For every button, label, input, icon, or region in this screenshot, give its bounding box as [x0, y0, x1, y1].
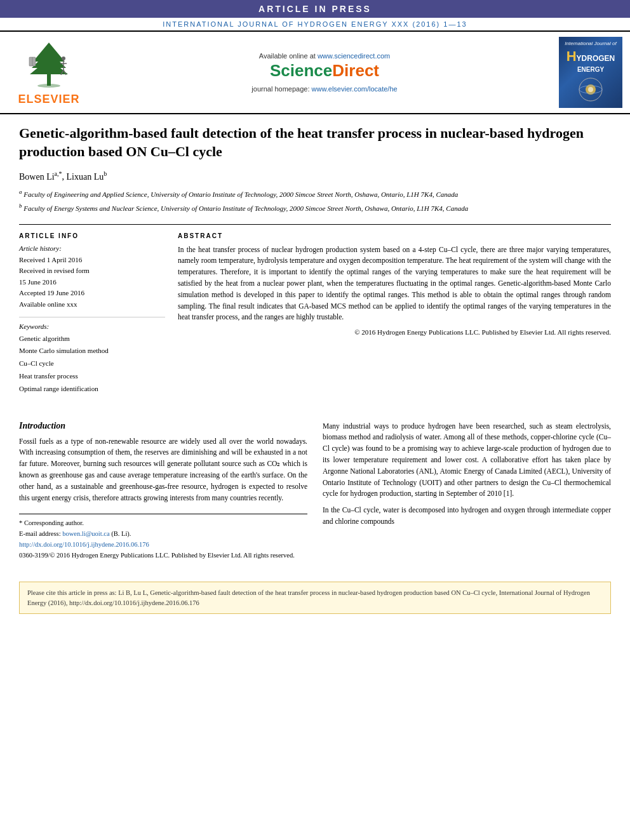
- citation-box: Please cite this article in press as: Li…: [19, 582, 611, 615]
- accepted-date: Accepted 19 June 2016: [19, 288, 165, 299]
- keyword-1: Genetic algorithm: [19, 333, 165, 345]
- keyword-3: Cu–Cl cycle: [19, 357, 165, 370]
- abstract-section: ABSTRACT In the heat transfer process of…: [178, 232, 611, 396]
- abstract-header: ABSTRACT: [178, 232, 611, 239]
- header-section: ELSEVIER Available online at www.science…: [0, 32, 630, 114]
- authors-line: Bowen Lia,*, Lixuan Lub: [19, 170, 611, 182]
- article-in-press-banner: ARTICLE IN PRESS: [0, 0, 630, 18]
- available-online-text: Available online at www.sciencedirect.co…: [90, 52, 559, 60]
- copyright-line: © 2016 Hydrogen Energy Publications LLC.…: [178, 328, 611, 336]
- article-history: Article history: Received 1 April 2016 R…: [19, 244, 165, 310]
- affiliations: a Faculty of Engineering and Applied Sci…: [19, 188, 611, 213]
- journal-cover-energy: ENERGY: [577, 66, 604, 73]
- keywords-label: Keywords:: [19, 323, 165, 330]
- journal-cover-h: H: [566, 50, 577, 63]
- author-a-name: Bowen Li: [19, 171, 55, 181]
- article-info-header: ARTICLE INFO: [19, 232, 165, 239]
- received-revised-date: 15 June 2016: [19, 277, 165, 288]
- info-abstract-section: ARTICLE INFO Article history: Received 1…: [19, 224, 611, 396]
- available-online: Available online xxx: [19, 299, 165, 310]
- sciencedirect-logo: ScienceDirect: [90, 62, 559, 79]
- author-a-sup: a,*: [55, 170, 62, 177]
- info-divider: [19, 317, 165, 317]
- introduction-left-text: Fossil fuels as a type of non-renewable …: [19, 436, 307, 504]
- svg-point-1: [37, 84, 60, 88]
- history-label: Article history:: [19, 244, 165, 252]
- affiliation-a: a Faculty of Engineering and Applied Sci…: [19, 188, 611, 199]
- keyword-5: Optimal range identification: [19, 383, 165, 396]
- main-content: Genetic-algorithm-based fault detection …: [0, 114, 630, 571]
- elsevier-logo: ELSEVIER: [8, 37, 90, 108]
- article-info-panel: ARTICLE INFO Article history: Received 1…: [19, 232, 165, 396]
- journal-info-center: Available online at www.sciencedirect.co…: [90, 37, 559, 108]
- journal-cover-title: International Journal of: [565, 41, 616, 47]
- journal-title-bar: INTERNATIONAL JOURNAL OF HYDROGEN ENERGY…: [0, 18, 630, 32]
- corresponding-note: * Corresponding author.: [19, 518, 307, 529]
- doi-link[interactable]: http://dx.doi.org/10.1016/j.ijhydene.201…: [19, 540, 307, 550]
- homepage-line: journal homepage: www.elsevier.com/locat…: [90, 85, 559, 93]
- email-link[interactable]: bowen.li@uoit.ca: [62, 530, 109, 537]
- gap-section: [19, 396, 611, 415]
- author-b-sup: b: [104, 170, 107, 177]
- introduction-title: Introduction: [19, 421, 307, 431]
- svg-point-5: [62, 57, 65, 60]
- sciencedirect-url[interactable]: www.sciencedirect.com: [318, 52, 390, 60]
- body-right-column: Many industrial ways to produce hydrogen…: [323, 421, 611, 561]
- body-section: Introduction Fossil fuels as a type of n…: [19, 421, 611, 561]
- citation-text: Please cite this article in press as: Li…: [27, 589, 590, 607]
- introduction-right-text: Many industrial ways to produce hydrogen…: [323, 421, 611, 528]
- abstract-text: In the heat transfer process of nuclear …: [178, 244, 611, 324]
- keyword-4: Heat transfer process: [19, 370, 165, 383]
- elsevier-wordmark: ELSEVIER: [18, 93, 79, 106]
- issn-line: 0360-3199/© 2016 Hydrogen Energy Publica…: [19, 550, 307, 561]
- svg-point-14: [588, 87, 593, 92]
- keywords-section: Keywords: Genetic algorithm Monte Carlo …: [19, 323, 165, 396]
- received-revised: Received in revised form: [19, 265, 165, 277]
- keyword-2: Monte Carlo simulation method: [19, 345, 165, 357]
- received-1: Received 1 April 2016: [19, 255, 165, 266]
- email-note: E-mail address: bowen.li@uoit.ca (B. Li)…: [19, 529, 307, 540]
- journal-cover-ydrogen: YDROGEN: [577, 54, 615, 63]
- footnotes-area: * Corresponding author. E-mail address: …: [19, 514, 307, 561]
- journal-cover: International Journal of H YDROGEN ENERG…: [559, 37, 622, 108]
- homepage-url[interactable]: www.elsevier.com/locate/he: [312, 85, 398, 93]
- affiliation-b: b Faculty of Energy Systems and Nuclear …: [19, 202, 611, 213]
- article-title: Genetic-algorithm-based fault detection …: [19, 124, 611, 161]
- body-left-column: Introduction Fossil fuels as a type of n…: [19, 421, 307, 561]
- author-b-name: Lixuan Lu: [67, 171, 104, 181]
